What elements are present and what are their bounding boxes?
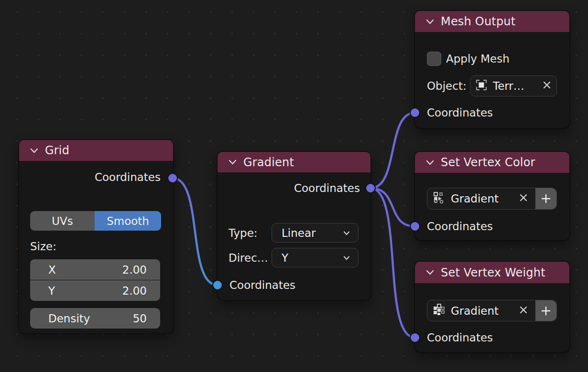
size-x-field[interactable]: X 2.00 bbox=[30, 259, 160, 280]
object-value: Terr… bbox=[493, 80, 524, 92]
input-label-coordinates: Coordinates bbox=[427, 106, 493, 119]
node-title: Set Vertex Color bbox=[441, 156, 535, 169]
socket-gradient-coordinates-input[interactable] bbox=[212, 280, 223, 290]
vertex-group-icon bbox=[432, 303, 446, 319]
uvs-smooth-toggle: UVs Smooth bbox=[30, 211, 161, 231]
object-icon bbox=[474, 78, 489, 95]
socket-set-vertex-weight-coordinates-input[interactable] bbox=[410, 332, 420, 343]
vertex-color-icon bbox=[432, 191, 446, 207]
socket-set-vertex-color-coordinates-input[interactable] bbox=[410, 221, 420, 232]
size-label: Size: bbox=[30, 240, 56, 253]
input-label-coordinates: Coordinates bbox=[427, 331, 493, 344]
size-x-value: 2.00 bbox=[122, 264, 147, 276]
apply-mesh-label: Apply Mesh bbox=[446, 53, 510, 65]
node-mesh-output[interactable]: Mesh Output Apply Mesh Object: Ter bbox=[415, 11, 569, 128]
vertex-weight-map-field[interactable]: Gradient bbox=[427, 300, 557, 321]
clear-object-icon[interactable] bbox=[542, 80, 552, 92]
input-label-coordinates: Coordinates bbox=[229, 279, 295, 291]
size-y-field[interactable]: Y 2.00 bbox=[30, 280, 160, 301]
node-set-vertex-color[interactable]: Set Vertex Color Gradient bbox=[415, 152, 569, 240]
new-map-button[interactable] bbox=[535, 300, 556, 321]
direction-dropdown[interactable]: Y bbox=[272, 248, 359, 267]
collapse-chevron-icon[interactable] bbox=[30, 146, 39, 155]
density-label: Density bbox=[48, 312, 90, 325]
node-grid-header[interactable]: Grid bbox=[19, 140, 173, 161]
collapse-chevron-icon[interactable] bbox=[425, 158, 435, 167]
dropdown-chevron-icon bbox=[343, 252, 350, 264]
unlink-icon[interactable] bbox=[519, 192, 528, 205]
uvs-toggle-button[interactable]: UVs bbox=[30, 211, 95, 231]
node-title: Set Vertex Weight bbox=[441, 266, 545, 279]
wire-gradient-to-set-vertex-color bbox=[370, 188, 415, 226]
direction-value: Y bbox=[282, 252, 288, 264]
map-value: Gradient bbox=[451, 192, 499, 205]
node-gradient[interactable]: Gradient Coordinates Type: Linear Direc…… bbox=[218, 152, 370, 300]
apply-mesh-checkbox[interactable] bbox=[427, 52, 441, 66]
node-mesh-output-header[interactable]: Mesh Output bbox=[415, 11, 569, 32]
new-map-button[interactable] bbox=[535, 188, 556, 209]
map-value: Gradient bbox=[451, 305, 499, 317]
size-x-label: X bbox=[48, 264, 56, 276]
wire-gradient-to-mesh-output bbox=[370, 113, 415, 188]
input-label-coordinates: Coordinates bbox=[427, 220, 493, 233]
size-y-value: 2.00 bbox=[122, 285, 147, 297]
node-title: Mesh Output bbox=[441, 15, 515, 28]
node-gradient-header[interactable]: Gradient bbox=[218, 152, 370, 172]
node-title: Gradient bbox=[243, 156, 294, 169]
socket-gradient-coordinates-output[interactable] bbox=[365, 183, 376, 193]
socket-mesh-output-coordinates-input[interactable] bbox=[410, 107, 420, 118]
object-field[interactable]: Terr… bbox=[470, 75, 557, 96]
node-title: Grid bbox=[45, 144, 69, 157]
output-label-coordinates: Coordinates bbox=[95, 171, 161, 183]
socket-grid-coordinates-output[interactable] bbox=[167, 173, 178, 183]
smooth-toggle-button[interactable]: Smooth bbox=[95, 211, 161, 231]
collapse-chevron-icon[interactable] bbox=[425, 17, 435, 26]
wire-gradient-to-set-vertex-weight bbox=[370, 188, 415, 338]
type-label: Type: bbox=[229, 227, 258, 239]
wire-grid-to-gradient bbox=[173, 178, 218, 285]
unlink-icon[interactable] bbox=[519, 305, 528, 317]
density-field[interactable]: Density 50 bbox=[30, 308, 160, 329]
collapse-chevron-icon[interactable] bbox=[228, 158, 237, 167]
density-value: 50 bbox=[133, 312, 147, 325]
collapse-chevron-icon[interactable] bbox=[425, 268, 435, 277]
node-grid[interactable]: Grid Coordinates UVs Smooth Size: X 2.00… bbox=[19, 140, 173, 333]
type-value: Linear bbox=[282, 227, 316, 239]
node-set-vertex-weight-header[interactable]: Set Vertex Weight bbox=[415, 262, 569, 283]
node-set-vertex-weight[interactable]: Set Vertex Weight Gradient bbox=[415, 262, 569, 352]
node-set-vertex-color-header[interactable]: Set Vertex Color bbox=[415, 152, 569, 173]
type-dropdown[interactable]: Linear bbox=[272, 223, 359, 243]
object-label: Object: bbox=[427, 80, 467, 92]
size-y-label: Y bbox=[48, 285, 55, 297]
direction-label: Direc… bbox=[229, 252, 268, 264]
dropdown-chevron-icon bbox=[343, 227, 350, 239]
node-editor-canvas[interactable]: Grid Coordinates UVs Smooth Size: X 2.00… bbox=[0, 0, 588, 372]
vertex-color-map-field[interactable]: Gradient bbox=[427, 188, 557, 210]
output-label-coordinates: Coordinates bbox=[294, 182, 360, 194]
